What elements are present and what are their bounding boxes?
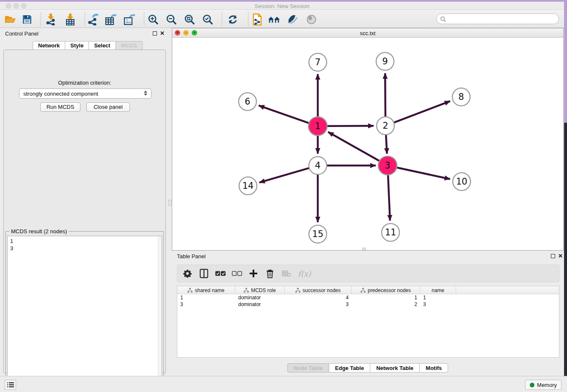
graph-node-15[interactable]: 15: [309, 225, 327, 243]
graph-edge-4-14[interactable]: [259, 168, 309, 182]
network-window-title: scc.txt: [172, 30, 563, 36]
delete-column-trash-icon[interactable]: [265, 268, 275, 279]
optimization-criterion-select[interactable]: strongly connected component: [19, 88, 151, 99]
table-tabs: Node Table Edge Table Network Table Moti…: [172, 363, 564, 373]
table-panel: Table Panel ✕: [172, 251, 564, 376]
graph-edge-3-10[interactable]: [396, 167, 450, 179]
graph-node-6[interactable]: 6: [239, 93, 256, 110]
deselect-all-columns-icon[interactable]: [232, 268, 242, 279]
float-table-panel-icon[interactable]: [551, 254, 555, 258]
svg-text:3: 3: [385, 160, 390, 171]
zoom-selected-icon[interactable]: [201, 13, 215, 26]
node-table: shared name MCDS role successor nodes pr…: [177, 286, 559, 358]
toggle-column-view-icon[interactable]: [199, 268, 209, 279]
svg-text:2: 2: [383, 121, 388, 131]
graph-node-14[interactable]: 14: [239, 177, 257, 195]
optimization-criterion-label: Optimization criterion:: [4, 80, 165, 86]
column-header-mcds-role[interactable]: MCDS role: [235, 286, 285, 294]
import-network-icon[interactable]: [44, 13, 58, 26]
export-table-icon[interactable]: [104, 13, 118, 26]
close-panel-icon[interactable]: ✕: [160, 30, 165, 36]
zoom-fit-icon[interactable]: [183, 13, 196, 26]
column-header-successor-nodes[interactable]: successor nodes: [285, 286, 352, 294]
apply-layout-icon[interactable]: [226, 13, 239, 26]
graphics-details-icon[interactable]: [286, 13, 300, 26]
graph-node-8[interactable]: 8: [452, 88, 470, 106]
network-manager-icon[interactable]: [267, 13, 281, 26]
tab-motifs[interactable]: Motifs: [420, 363, 448, 373]
result-scrollbar[interactable]: [158, 236, 162, 390]
splitter-grip-vertical[interactable]: [168, 200, 171, 206]
tab-network-table[interactable]: Network Table: [370, 363, 420, 373]
svg-text:1: 1: [315, 121, 320, 131]
export-image-icon[interactable]: [123, 13, 136, 26]
tab-style[interactable]: Style: [65, 41, 89, 50]
float-panel-icon[interactable]: [153, 31, 157, 36]
column-header-name[interactable]: name: [420, 286, 456, 294]
graph-edge-1-2[interactable]: [327, 126, 374, 126]
task-history-button[interactable]: [5, 380, 16, 390]
close-panel-button[interactable]: Close panel: [86, 102, 130, 112]
search-input[interactable]: [446, 15, 559, 23]
svg-text:7: 7: [315, 57, 320, 67]
svg-text:4: 4: [315, 160, 320, 171]
save-session-icon[interactable]: [20, 13, 34, 26]
control-panel: Control Panel ✕ Network Style Select MCD…: [0, 28, 169, 376]
graph-node-2[interactable]: 2: [377, 117, 394, 135]
mcds-panel: Optimization criterion: strongly connect…: [3, 50, 166, 373]
graph-edge-1-6[interactable]: [259, 105, 309, 123]
svg-text:15: 15: [312, 229, 324, 239]
export-network-icon[interactable]: [86, 13, 100, 26]
graph-node-1[interactable]: 1: [308, 117, 327, 135]
cell-shared-name: 1: [177, 294, 235, 301]
tab-edge-table[interactable]: Edge Table: [329, 363, 370, 373]
control-panel-tabs: Network Style Select MCDS: [33, 41, 143, 50]
graph-edge-3-1[interactable]: [328, 132, 380, 161]
run-mcds-button[interactable]: Run MCDS: [40, 102, 80, 112]
window-focus-border-right: [564, 0, 567, 123]
status-bar: Memory: [0, 376, 567, 392]
open-file-icon[interactable]: [3, 13, 17, 26]
select-value: strongly connected component: [23, 91, 98, 97]
import-table-icon[interactable]: [63, 13, 77, 26]
hierarchy-icon: [187, 288, 193, 293]
select-all-columns-icon[interactable]: [215, 268, 226, 279]
graph-edges: [259, 73, 450, 222]
clone-network-icon[interactable]: [250, 13, 264, 26]
tab-network[interactable]: Network: [33, 41, 65, 50]
close-table-panel-icon[interactable]: ✕: [558, 253, 563, 259]
mcds-result-group: MCDS result (2 nodes) 1 3: [6, 231, 164, 392]
graph-edge-3-11[interactable]: [388, 174, 390, 221]
graph-node-9[interactable]: 9: [376, 52, 394, 70]
svg-text:9: 9: [382, 56, 388, 66]
mcds-result-text[interactable]: 1 3: [7, 236, 162, 391]
mcds-result-title: MCDS result (2 nodes): [9, 228, 69, 235]
birdseye-view-icon[interactable]: [305, 13, 318, 26]
graph-edge-2-8[interactable]: [394, 101, 450, 123]
table-row[interactable]: 1 dominator 4 1 1: [177, 294, 559, 301]
memory-button[interactable]: Memory: [525, 380, 561, 390]
graph-node-10[interactable]: 10: [453, 173, 471, 190]
graph-node-4[interactable]: 4: [309, 157, 327, 174]
hierarchy-icon: [361, 288, 366, 293]
tab-select[interactable]: Select: [89, 41, 116, 50]
table-row[interactable]: 3 dominator 3 2 3: [177, 301, 559, 308]
graph-edge-2-3[interactable]: [386, 135, 387, 154]
column-header-shared-name[interactable]: shared name: [177, 286, 235, 294]
graph-node-7[interactable]: 7: [309, 53, 327, 71]
table-panel-header: Table Panel ✕: [172, 251, 564, 262]
table-settings-gear-icon[interactable]: [182, 268, 193, 279]
zoom-in-icon[interactable]: [146, 13, 160, 26]
create-column-icon[interactable]: [248, 268, 259, 279]
graph-node-11[interactable]: 11: [382, 224, 399, 241]
column-header-predecessor-nodes[interactable]: predecessor nodes: [352, 286, 420, 294]
zoom-out-icon[interactable]: [165, 13, 178, 26]
tab-node-table[interactable]: Node Table: [287, 363, 329, 373]
graph-node-3[interactable]: 3: [378, 156, 397, 175]
network-canvas[interactable]: 7968124314101511: [172, 38, 563, 250]
toolbar-separator: [41, 12, 41, 26]
network-view-window: ✕ − + scc.txt 7968124314101511: [172, 28, 564, 251]
tab-mcds[interactable]: MCDS: [116, 41, 143, 50]
splitter-grip-horizontal[interactable]: [362, 248, 366, 250]
graph-edge-2-9[interactable]: [385, 73, 385, 117]
